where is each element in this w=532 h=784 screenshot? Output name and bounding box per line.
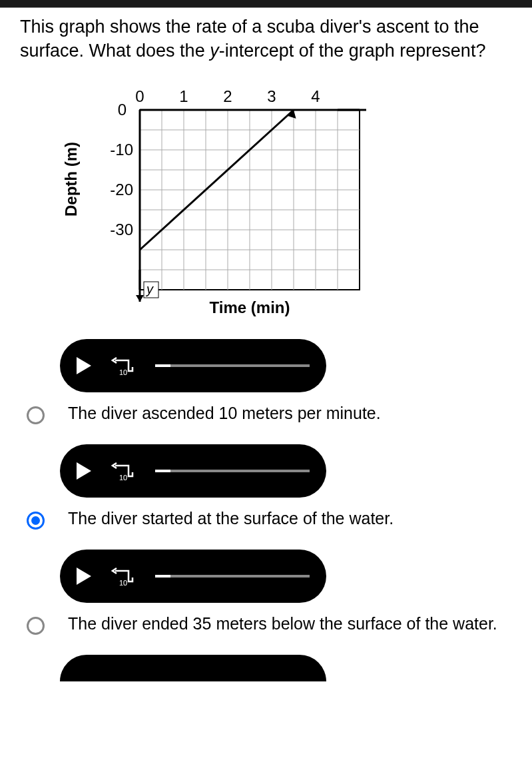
x-tick-0: 0 <box>135 87 144 105</box>
radio-button-2[interactable] <box>27 512 45 530</box>
content-area: This graph shows the rate of a scuba div… <box>0 8 532 695</box>
audio-player-3: 10 <box>60 550 326 603</box>
y-tick-0: 0 <box>118 101 127 119</box>
option-row-1[interactable]: The diver ascended 10 meters per minute. <box>27 402 512 424</box>
progress-bar[interactable] <box>155 575 310 578</box>
replay-10-button[interactable]: 10 <box>111 355 135 376</box>
x-axis-label: Time (min) <box>210 298 290 316</box>
radio-button-1[interactable] <box>27 406 45 424</box>
replay-label: 10 <box>119 368 127 376</box>
gridlines <box>140 110 360 290</box>
replay-label: 10 <box>119 474 127 482</box>
depth-time-graph: Depth (m) <box>60 83 366 316</box>
question-italic: y <box>210 41 219 61</box>
play-icon[interactable] <box>77 462 91 480</box>
x-tick-1: 1 <box>179 87 188 105</box>
top-bar <box>0 0 532 8</box>
option-row-2[interactable]: The diver started at the surface of the … <box>27 508 512 530</box>
option-text-3: The diver ended 35 meters below the surf… <box>68 613 497 635</box>
y-tick-3: -30 <box>110 220 133 238</box>
question-part2: -intercept of the graph represent? <box>219 41 486 61</box>
audio-player-4-partial <box>60 655 326 681</box>
question-text: This graph shows the rate of a scuba div… <box>20 15 512 63</box>
x-tick-2: 2 <box>223 87 232 105</box>
y-axis-label: Depth (m) <box>62 142 80 216</box>
graph-container: Depth (m) <box>60 83 512 319</box>
x-tick-3: 3 <box>267 87 276 105</box>
progress-bar[interactable] <box>155 364 310 367</box>
audio-player-1: 10 <box>60 339 326 392</box>
y-arrow-icon <box>136 295 144 302</box>
play-icon[interactable] <box>77 357 91 374</box>
option-row-3[interactable]: The diver ended 35 meters below the surf… <box>27 613 512 635</box>
data-line <box>140 110 294 250</box>
y-tick-2: -20 <box>110 181 133 198</box>
y-tick-1: -10 <box>110 141 133 159</box>
replay-10-button[interactable]: 10 <box>111 566 135 587</box>
replay-10-button[interactable]: 10 <box>111 460 135 482</box>
option-text-1: The diver ascended 10 meters per minute. <box>68 402 381 424</box>
line-arrow-icon <box>287 110 299 122</box>
progress-bar[interactable] <box>155 470 310 472</box>
radio-button-3[interactable] <box>27 617 45 635</box>
play-icon[interactable] <box>77 568 91 585</box>
replay-label: 10 <box>119 579 127 587</box>
option-text-2: The diver started at the surface of the … <box>68 508 394 530</box>
x-tick-4: 4 <box>311 87 320 105</box>
audio-player-2: 10 <box>60 444 326 498</box>
y-axis-letter: y <box>145 282 154 296</box>
